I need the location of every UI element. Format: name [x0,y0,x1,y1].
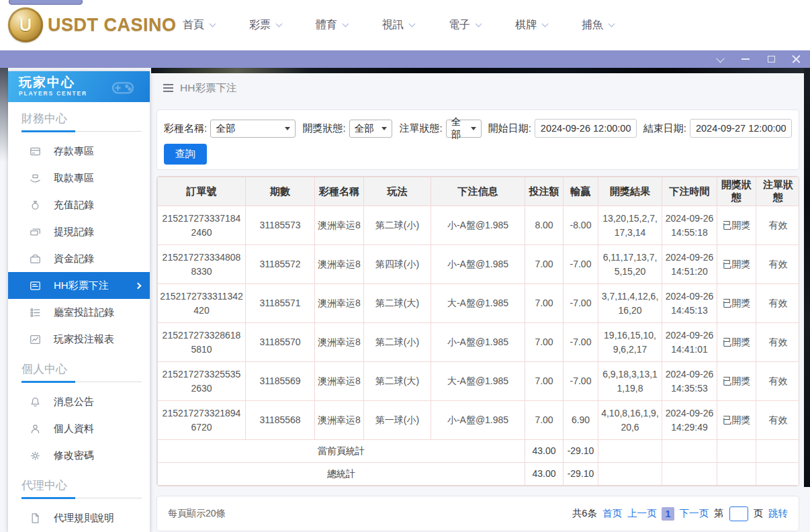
summary-row: 當前頁統計43.00-29.10 [158,440,800,463]
maximize-icon[interactable] [766,54,776,64]
jump-link[interactable]: 跳转 [768,507,788,520]
table-cell: 澳洲幸运8 [315,401,364,440]
sidebar-item-個人資料[interactable]: 個人資料 [8,415,150,442]
nav-item-label: 彩票 [249,18,271,32]
draw-status-label: 開獎狀態: [302,122,345,135]
table-cell: 澳洲幸运8 [315,206,364,245]
start-date-input[interactable] [535,119,637,138]
end-date-input[interactable] [690,119,792,138]
sidebar-item-充值記錄[interactable]: 充值記錄 [8,191,150,218]
table-cell: 澳洲幸运8 [315,362,364,401]
table-cell: 19,16,15,10,9,6,2,17 [598,323,662,362]
nav-item[interactable]: 彩票 [249,18,281,32]
nav-item[interactable]: 體育 [316,18,348,32]
top-nav: 首頁彩票體育視訊電子棋牌捕魚 [183,0,614,50]
summary-cell: -29.10 [564,463,598,486]
select-caret-icon [471,127,476,130]
sidebar-item-HH彩票下注[interactable]: HH彩票下注 [8,272,150,299]
collapse-chevron-icon[interactable] [715,54,725,64]
table-cell: 大-A盤@1.985 [431,284,525,323]
dark-right-strip [804,68,810,487]
nav-item-label: 電子 [449,18,470,32]
report-chart-icon [28,332,42,346]
hamburger-icon[interactable] [163,84,173,92]
column-header: 期數 [246,177,315,206]
table-cell: 2024-09-26 14:35:53 [662,362,717,401]
next-page-link[interactable]: 下一页 [680,507,709,520]
table-cell: 已開獎 [717,362,756,401]
sidebar-item-代理規則說明[interactable]: 代理規則說明 [8,504,150,531]
withdraw-hand-icon [28,171,42,185]
sidebar-item-提現記錄[interactable]: 提現記錄 [8,218,150,245]
table-cell: 31185573 [246,206,315,245]
bell-icon [28,395,42,408]
summary-label: 總統計 [158,463,525,486]
table-row: 215217273321894672031185568澳洲幸运8第一球(小)小-… [158,401,800,440]
table-cell: 2024-09-26 14:55:18 [662,206,717,245]
nav-item[interactable]: 捕魚 [582,18,614,32]
table-cell: 有效 [756,323,800,362]
sidebar-item-消息公告[interactable]: 消息公告 [8,388,150,415]
column-header: 開獎結果 [598,177,662,206]
order-status-select[interactable]: 全部 [446,120,482,138]
brand-logo[interactable]: U USDT CASINO [8,7,177,42]
nav-item[interactable]: 視訊 [382,18,414,32]
page-size-text: 每頁顯示20條 [168,508,226,520]
close-icon[interactable] [792,55,801,64]
sidebar-header: 玩家中心 PLAYERS CENTER [8,71,150,102]
lottery-name-select[interactable]: 全部 [210,120,296,138]
table-cell: 小-A盤@1.985 [431,245,525,284]
sidebar-item-資金記錄[interactable]: 資金記錄 [8,245,150,272]
sidebar-item-玩家投注報表[interactable]: 玩家投注報表 [8,326,150,353]
left-edge-gradient [0,68,8,162]
search-button[interactable]: 查詢 [164,144,207,165]
table-cell: 13,20,15,2,7,17,3,14 [598,206,662,245]
table-cell: 7.00 [525,284,564,323]
table-cell: 2152172733286185810 [158,323,246,362]
checklist-icon [28,306,42,319]
table-cell: 7.00 [525,245,564,284]
table-cell: 8.00 [525,206,564,245]
document-icon [28,511,42,525]
gamepad-icon [103,74,143,101]
first-page-link[interactable]: 首页 [602,507,622,520]
section-divider [21,381,142,383]
sidebar-item-存款專區[interactable]: 存款專區 [8,138,150,165]
chevron-down-icon [476,21,482,28]
summary-cell [662,440,717,463]
jump-prefix: 第 [714,507,724,520]
sidebar-item-修改密碼[interactable]: 修改密碼 [8,442,150,469]
table-cell: -7.00 [564,323,598,362]
column-header: 下注信息 [431,177,525,206]
table-cell: 已開獎 [717,323,756,362]
order-status-label: 注單狀態: [399,122,442,135]
table-cell: 有效 [756,362,800,401]
chevron-down-icon [609,21,615,28]
page-title: HH彩票下注 [180,81,236,95]
dark-top-band [151,68,810,73]
table-cell: 小-A盤@1.985 [431,401,525,440]
sidebar-item-廳室投註記錄[interactable]: 廳室投註記錄 [8,299,150,326]
table-cell: 4,10,8,16,1,9,20,6 [598,401,662,440]
nav-item[interactable]: 首頁 [183,18,215,32]
breadcrumb: HH彩票下注 [154,73,805,103]
table-cell: 31185569 [246,362,315,401]
total-count: 共6条 [572,507,597,520]
table-cell: 第一球(小) [364,401,431,440]
page-jump-input[interactable] [729,506,748,521]
sidebar-section-label: 財務中心 [8,110,150,128]
person-icon [28,422,42,435]
table-cell: 第二球(大) [364,362,431,401]
table-cell: 第四球(小) [364,245,431,284]
table-footer: 每頁顯示20條 共6条 首页 上一页 1 下一页 第 页 跳转 [156,496,799,531]
prev-page-link[interactable]: 上一页 [627,507,657,520]
sidebar-item-取款專區[interactable]: 取款專區 [8,165,150,191]
coin-logo-icon: U [8,7,43,42]
table-cell: 澳洲幸运8 [315,323,364,362]
top-header: U USDT CASINO 首頁彩票體育視訊電子棋牌捕魚 [0,0,810,50]
section-divider [21,130,142,132]
nav-item[interactable]: 電子 [449,18,481,32]
minimize-icon[interactable] [741,54,750,64]
nav-item[interactable]: 棋牌 [515,18,547,32]
draw-status-select[interactable]: 全部 [349,120,393,138]
